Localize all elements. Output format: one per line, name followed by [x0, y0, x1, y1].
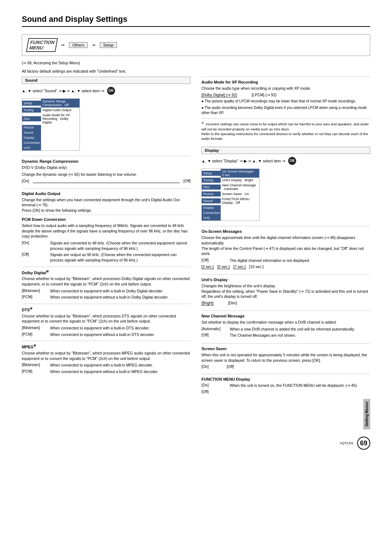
new-channel-section: New Channel Message Set whether to displ… [201, 311, 370, 338]
function-menu-icon: FUNCTIONMENU [26, 38, 58, 52]
new-channel-title: New Channel Message [201, 314, 370, 318]
nav-note1: (⇒ 66, Accessing the Setup Menu) [22, 60, 370, 66]
dts-title: DTS※ [22, 306, 191, 312]
display-menu-screenshot: Setup On-Screen Messages 5 sec. Tuning U… [201, 169, 260, 221]
dynamic-range-desc: Change the dynamic range (⇒ 92) for easi… [22, 172, 191, 177]
dynamic-range-badge: DVD-V (Dolby Digital only) [22, 165, 191, 170]
arrow-icon2: ⇒ [92, 42, 95, 48]
dts-pcm-option: [PCM] When connected to equipment withou… [22, 332, 191, 337]
sound-section-label: Sound [22, 77, 191, 84]
units-display-options: [Bright] [Dim] [201, 301, 370, 305]
others-button[interactable]: Others [69, 42, 87, 48]
dts-desc: Choose whether to output by "Bitstream",… [22, 313, 191, 324]
mpeg-desc: Choose whether to output by "Bitstream",… [22, 351, 191, 361]
dynamic-range-options: [On] [Off] [22, 179, 191, 183]
audio-mode-note2: ● The audio recording becomes Dolby Digi… [201, 105, 370, 116]
units-display-section: Unit's Display Changes the brightness of… [201, 274, 370, 305]
audio-mode-options: [Dolby Digital] (⇒ 92) [LPCM] (⇒ 92) [201, 93, 370, 97]
mpeg-section: MPEG※ Choose whether to output by "Bitst… [22, 341, 191, 374]
function-menu-off-option: [Off] [201, 389, 370, 394]
setting-menus-tab: Setting Menus [363, 399, 370, 429]
nav-box: FUNCTIONMENU ⇒ Others ⇒ Setup [22, 34, 370, 56]
screen-saver-title: Screen Saver [201, 347, 370, 351]
dts-bitstream-option: [Bitstream] When connected to equipment … [22, 325, 191, 331]
pcm-down-option-on: [On] Signals are converted to 48 kHz. (C… [22, 240, 191, 251]
digital-audio-title: Digital Audio Output [22, 191, 191, 196]
on-screen-title: On-Screen Messages [201, 229, 370, 234]
units-display-title: Unit's Display [201, 278, 370, 282]
sound-menu-screenshot: Setup Dynamic Range Compression Off Tuni… [22, 98, 80, 151]
display-section-label: Display [201, 147, 370, 154]
dynamic-range-section: Dynamic Range Compression DVD-V (Dolby D… [22, 156, 191, 183]
units-display-desc: Changes the brightness of the unit's dis… [201, 283, 370, 299]
dolby-digital-title: Dolby Digital※ [22, 269, 191, 275]
on-screen-off-option: [Off] The digital channel information is… [201, 258, 370, 263]
setup-button[interactable]: Setup [100, 42, 117, 48]
on-screen-desc: Choose the approximate time until the di… [201, 235, 370, 256]
dolby-pcm-option: [PCM] When connected to equipment withou… [22, 295, 191, 300]
display-instruction: ▲, ▼ select "Display" ⇒ ▶ ⇒ ▲, ▼ select … [201, 157, 370, 165]
screen-saver-section: Screen Saver When this unit is not opera… [201, 343, 370, 369]
pcm-down-section: PCM Down Conversion Select how to output… [22, 215, 191, 263]
audio-mode-section: Audio Mode for XP Recording Choose the a… [201, 77, 370, 141]
right-column: Audio Mode for XP Recording Choose the a… [201, 77, 370, 429]
sound-instruction: ▲, ▼ select "Sound" ⇒ ▶ ⇒ ▲, ▼ select it… [22, 87, 191, 95]
on-screen-section: On-Screen Messages Choose the approximat… [201, 226, 370, 269]
left-column: Sound ▲, ▼ select "Sound" ⇒ ▶ ⇒ ▲, ▼ sel… [22, 77, 191, 429]
dts-section: DTS※ Choose whether to output by "Bitstr… [22, 304, 191, 337]
page-title: Sound and Display Settings [22, 15, 370, 27]
dynamic-range-title: Dynamic Range Compression [22, 159, 191, 163]
ok-button-sound[interactable]: OK [107, 87, 115, 95]
function-menu-display-title: FUNCTION MENU Display [201, 377, 370, 381]
dolby-digital-section: Dolby Digital※ Choose whether to output … [22, 267, 191, 300]
screen-saver-options: [On] [Off] [201, 364, 370, 369]
audio-mode-note1: ● The picture quality of LPCM recordings… [201, 99, 370, 104]
new-channel-desc: Set whether to display the confirmation … [201, 320, 370, 325]
mpeg-title: MPEG※ [22, 343, 191, 349]
doc-id: VQT2J51 [340, 441, 354, 445]
star-note: ※ Incorrect settings can cause noise to … [201, 118, 370, 141]
arrow-icon: ⇒ [61, 42, 65, 48]
page-number: 69 [357, 437, 370, 450]
mpeg-bitstream-option: [Bitstream] When connected to equipment … [22, 362, 191, 368]
pcm-down-title: PCM Down Conversion [22, 217, 191, 222]
mpeg-pcm-option: [PCM] When connected to equipment withou… [22, 369, 191, 374]
on-screen-time-options: [3 sec.] [5 sec.] [7 sec.] [10 sec.] [201, 264, 370, 269]
dolby-bitstream-option: [Bitstream] When connected to equipment … [22, 288, 191, 294]
pcm-down-desc: Select how to output audio with a sampli… [22, 223, 191, 239]
audio-mode-title: Audio Mode for XP Recording [201, 80, 370, 84]
screen-saver-desc: When this unit is not operated for appro… [201, 352, 370, 363]
digital-audio-desc: Change the settings when you have connec… [22, 197, 191, 213]
new-channel-automatic-option: [Automatic] When a new DVB channel is ad… [201, 327, 370, 332]
dolby-digital-desc: Choose whether to output by "Bitstream",… [22, 276, 191, 287]
new-channel-off-option: [Off] The Channel Messages are not shown… [201, 333, 370, 338]
function-menu-on-option: [On] When the unit is turned on, the FUN… [201, 383, 370, 388]
ok-button-display[interactable]: OK [288, 157, 296, 165]
dvd-v-badge: DVD-V [22, 165, 34, 170]
function-menu-section: FUNCTION MENU Display [On] When the unit… [201, 374, 370, 394]
audio-mode-desc: Choose the audio type when recording or … [201, 86, 370, 91]
digital-audio-section: Digital Audio Output Change the settings… [22, 188, 191, 374]
nav-note2: All factory default settings are indicat… [22, 69, 370, 74]
pcm-down-option-off: [Off] Signals are output as 96 kHz. (Cho… [22, 252, 191, 263]
